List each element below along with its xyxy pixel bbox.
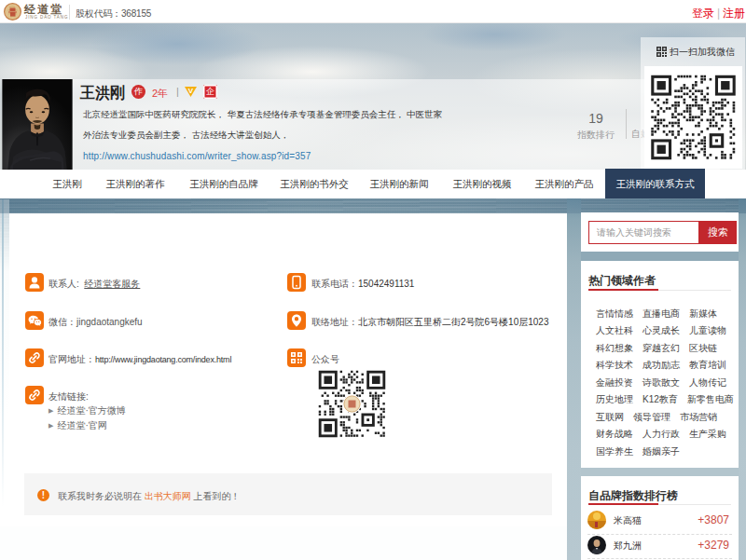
svg-text:V: V bbox=[188, 87, 194, 95]
